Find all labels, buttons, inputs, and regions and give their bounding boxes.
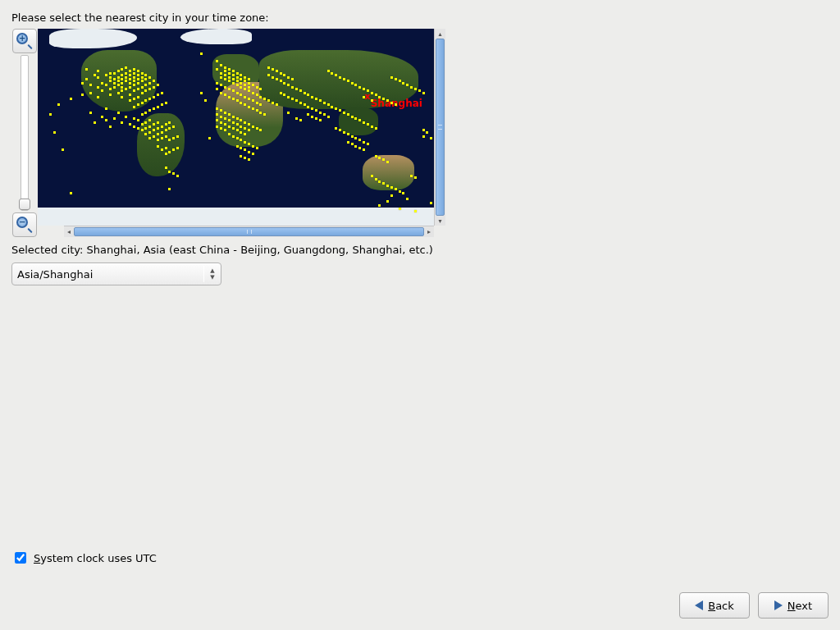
city-dot[interactable]: [291, 78, 294, 80]
city-dot[interactable]: [248, 86, 250, 89]
city-dot[interactable]: [311, 96, 313, 98]
city-dot[interactable]: [367, 89, 369, 92]
city-dot[interactable]: [358, 86, 361, 89]
city-dot[interactable]: [263, 113, 266, 116]
city-dot[interactable]: [228, 126, 231, 128]
city-dot[interactable]: [216, 107, 218, 110]
city-dot[interactable]: [295, 117, 298, 120]
scroll-left-arrow[interactable]: ◂: [64, 226, 74, 237]
city-dot[interactable]: [89, 92, 92, 94]
city-dot[interactable]: [307, 113, 309, 116]
city-dot[interactable]: [399, 190, 401, 193]
city-dot[interactable]: [378, 96, 381, 98]
city-dot[interactable]: [343, 112, 345, 114]
city-dot[interactable]: [125, 88, 127, 90]
city-dot[interactable]: [168, 151, 171, 153]
zoom-in-button[interactable]: +: [12, 29, 37, 53]
city-dot[interactable]: [358, 119, 361, 121]
zoom-slider-thumb[interactable]: [19, 199, 30, 210]
city-dot[interactable]: [97, 70, 99, 72]
city-dot[interactable]: [240, 74, 242, 76]
city-dot[interactable]: [208, 137, 211, 139]
city-dot[interactable]: [153, 123, 155, 126]
city-dot[interactable]: [105, 84, 107, 86]
city-dot[interactable]: [232, 82, 235, 84]
city-dot[interactable]: [133, 98, 135, 100]
city-dot[interactable]: [287, 84, 290, 86]
city-dot[interactable]: [248, 78, 250, 80]
city-dot[interactable]: [148, 131, 151, 134]
city-dot[interactable]: [94, 74, 96, 76]
city-dot[interactable]: [236, 72, 239, 75]
city-dot[interactable]: [414, 210, 417, 212]
city-dot[interactable]: [161, 92, 163, 94]
city-dot[interactable]: [244, 84, 246, 86]
city-dot[interactable]: [228, 72, 231, 75]
city-dot[interactable]: [157, 145, 159, 148]
city-dot[interactable]: [378, 180, 381, 183]
city-dot[interactable]: [105, 107, 107, 110]
city-dot[interactable]: [228, 80, 231, 82]
city-dot[interactable]: [200, 52, 203, 55]
city-dot[interactable]: [121, 89, 123, 92]
world-map[interactable]: x Shanghai ▴ ▾ ◂ ▸: [38, 29, 445, 237]
city-dot[interactable]: [117, 76, 120, 79]
city-dot[interactable]: [236, 76, 239, 79]
city-dot[interactable]: [248, 98, 250, 100]
city-dot[interactable]: [367, 123, 369, 126]
city-dot[interactable]: [399, 208, 401, 210]
city-dot[interactable]: [224, 86, 226, 89]
city-dot[interactable]: [267, 74, 270, 76]
city-dot[interactable]: [224, 74, 226, 76]
city-dot[interactable]: [327, 116, 330, 118]
city-dot[interactable]: [351, 82, 354, 84]
city-dot[interactable]: [57, 103, 60, 106]
timezone-select[interactable]: Asia/Shanghai ▲▼: [11, 262, 221, 285]
city-dot[interactable]: [224, 123, 226, 126]
city-dot[interactable]: [148, 76, 151, 79]
city-dot[interactable]: [49, 113, 52, 116]
city-dot[interactable]: [224, 112, 226, 114]
city-dot[interactable]: [113, 117, 116, 120]
city-dot[interactable]: [113, 82, 116, 84]
city-dot[interactable]: [141, 86, 144, 89]
city-dot[interactable]: [422, 129, 425, 131]
city-dot[interactable]: [144, 112, 147, 114]
city-dot[interactable]: [89, 112, 92, 114]
scroll-down-arrow[interactable]: ▾: [435, 216, 445, 226]
city-dot[interactable]: [386, 161, 389, 163]
city-dot[interactable]: [240, 131, 242, 134]
city-dot[interactable]: [228, 133, 231, 135]
city-dot[interactable]: [304, 92, 306, 94]
city-dot[interactable]: [244, 127, 246, 130]
city-dot[interactable]: [144, 84, 147, 86]
city-dot[interactable]: [148, 126, 151, 128]
city-dot[interactable]: [367, 143, 369, 145]
city-dot[interactable]: [256, 94, 258, 96]
city-dot[interactable]: [371, 126, 373, 128]
city-dot[interactable]: [117, 70, 120, 72]
city-dot[interactable]: [232, 78, 235, 80]
city-dot[interactable]: [327, 103, 330, 106]
city-dot[interactable]: [395, 78, 397, 80]
city-dot[interactable]: [224, 70, 226, 72]
city-dot[interactable]: [144, 121, 147, 124]
city-dot[interactable]: [327, 70, 330, 72]
city-dot[interactable]: [236, 84, 239, 86]
city-dot[interactable]: [248, 106, 250, 108]
city-dot[interactable]: [157, 133, 159, 135]
city-dot[interactable]: [232, 135, 235, 138]
city-dot[interactable]: [129, 70, 131, 72]
city-dot[interactable]: [430, 137, 432, 139]
city-dot[interactable]: [129, 86, 131, 89]
city-dot[interactable]: [109, 80, 112, 82]
city-dot[interactable]: [259, 103, 262, 106]
city-dot[interactable]: [339, 76, 341, 79]
city-dot[interactable]: [176, 175, 179, 177]
city-dot[interactable]: [125, 76, 127, 79]
city-dot[interactable]: [224, 78, 226, 80]
utc-checkbox[interactable]: System clock uses UTC: [11, 550, 157, 566]
city-dot[interactable]: [161, 103, 163, 106]
city-dot[interactable]: [224, 117, 226, 120]
city-dot[interactable]: [343, 78, 345, 80]
